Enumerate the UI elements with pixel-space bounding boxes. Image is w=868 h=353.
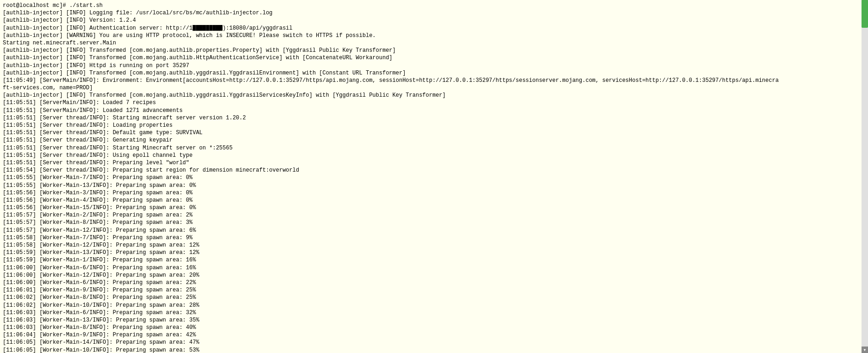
terminal-line: [11:05:59] [Worker-Main-1/INFO]: Prepari… — [3, 256, 865, 264]
terminal-line: [11:05:51] [Server thread/INFO]: Startin… — [3, 114, 865, 122]
terminal-line: [11:05:56] [Worker-Main-3/INFO]: Prepari… — [3, 189, 865, 197]
terminal-line: [11:05:55] [Worker-Main-7/INFO]: Prepari… — [3, 174, 865, 181]
terminal-line: [11:05:55] [Worker-Main-13/INFO]: Prepar… — [3, 182, 865, 189]
terminal-line: [authlib-injector] [INFO] Httpd is runni… — [3, 62, 865, 69]
scrollbar-thumb[interactable] — [862, 0, 868, 28]
terminal-line: [11:06:05] [Worker-Main-10/INFO]: Prepar… — [3, 347, 865, 353]
terminal-line: [11:05:51] [Server thread/INFO]: Startin… — [3, 144, 865, 152]
terminal-line: Starting net.minecraft.server.Main — [3, 39, 865, 47]
terminal-line: [11:05:51] [Server thread/INFO]: Prepari… — [3, 159, 865, 167]
terminal-line: [authlib-injector] [INFO] Transformed [c… — [3, 54, 865, 62]
terminal-line: [11:05:56] [Worker-Main-15/INFO]: Prepar… — [3, 204, 865, 211]
scrollbar[interactable]: ▲ ▲ ▼ — [862, 0, 868, 353]
terminal-line: [11:05:51] [Server thread/INFO]: Using e… — [3, 152, 865, 159]
terminal-line: [11:05:57] [Worker-Main-2/INFO]: Prepari… — [3, 211, 865, 219]
terminal-line: [authlib-injector] [INFO] Transformed [c… — [3, 92, 865, 99]
terminal-line: [11:06:03] [Worker-Main-13/INFO]: Prepar… — [3, 316, 865, 324]
terminal-line: [11:05:51] [Server thread/INFO]: Loading… — [3, 122, 865, 129]
terminal-line: [11:06:03] [Worker-Main-6/INFO]: Prepari… — [3, 309, 865, 316]
terminal-line: [11:06:00] [Worker-Main-6/INFO]: Prepari… — [3, 264, 865, 272]
terminal-line: [11:06:02] [Worker-Main-10/INFO]: Prepar… — [3, 302, 865, 309]
terminal-line: ft-services.com, name=PROD] — [3, 84, 865, 92]
terminal-line: [11:05:51] [ServerMain/INFO]: Loaded 127… — [3, 107, 865, 114]
terminal-line: [11:05:51] [Server thread/INFO]: Generat… — [3, 136, 865, 144]
terminal-line: [authlib-injector] [INFO] Transformed [c… — [3, 47, 865, 54]
terminal-line: [11:05:58] [Worker-Main-7/INFO]: Prepari… — [3, 234, 865, 242]
terminal-line: [11:05:54] [Server thread/INFO]: Prepari… — [3, 167, 865, 174]
terminal-line: [11:05:57] [Worker-Main-12/INFO]: Prepar… — [3, 227, 865, 234]
terminal-line: [11:06:00] [Worker-Main-6/INFO]: Prepari… — [3, 279, 865, 286]
terminal-line: [11:06:01] [Worker-Main-9/INFO]: Prepari… — [3, 286, 865, 294]
scrollbar-btn-down[interactable]: ▼ — [862, 347, 868, 353]
terminal-line: [authlib-injector] [INFO] Transformed [c… — [3, 69, 865, 77]
terminal-line: [11:06:03] [Worker-Main-8/INFO]: Prepari… — [3, 324, 865, 331]
terminal-line: [authlib-injector] [INFO] Version: 1.2.4 — [3, 17, 865, 24]
terminal-line: [authlib-injector] [INFO] Authentication… — [3, 25, 865, 32]
terminal-line: [11:05:57] [Worker-Main-8/INFO]: Prepari… — [3, 219, 865, 226]
terminal-line: [11:06:02] [Worker-Main-8/INFO]: Prepari… — [3, 294, 865, 301]
terminal-line: [11:06:05] [Worker-Main-14/INFO]: Prepar… — [3, 339, 865, 346]
terminal-line: [11:06:00] [Worker-Main-12/INFO]: Prepar… — [3, 272, 865, 279]
terminal-line: [11:05:49] [ServerMain/INFO]: Environmen… — [3, 77, 865, 84]
terminal-line: [authlib-injector] [WARNING] You are usi… — [3, 32, 865, 39]
terminal-line: [11:05:51] [Server thread/INFO]: Default… — [3, 129, 865, 136]
terminal-line: [authlib-injector] [INFO] Logging file: … — [3, 9, 865, 17]
terminal-line: root@localhost mc]# ./start.sh — [3, 2, 865, 9]
terminal-line: [11:05:59] [Worker-Main-13/INFO]: Prepar… — [3, 249, 865, 256]
terminal-line: [11:05:56] [Worker-Main-4/INFO]: Prepari… — [3, 197, 865, 204]
terminal-line: [11:06:04] [Worker-Main-9/INFO]: Prepari… — [3, 331, 865, 339]
terminal-line: [11:05:58] [Worker-Main-12/INFO]: Prepar… — [3, 242, 865, 249]
terminal-output: root@localhost mc]# ./start.sh[authlib-i… — [0, 0, 868, 353]
terminal-line: [11:05:51] [ServerMain/INFO]: Loaded 7 r… — [3, 99, 865, 106]
